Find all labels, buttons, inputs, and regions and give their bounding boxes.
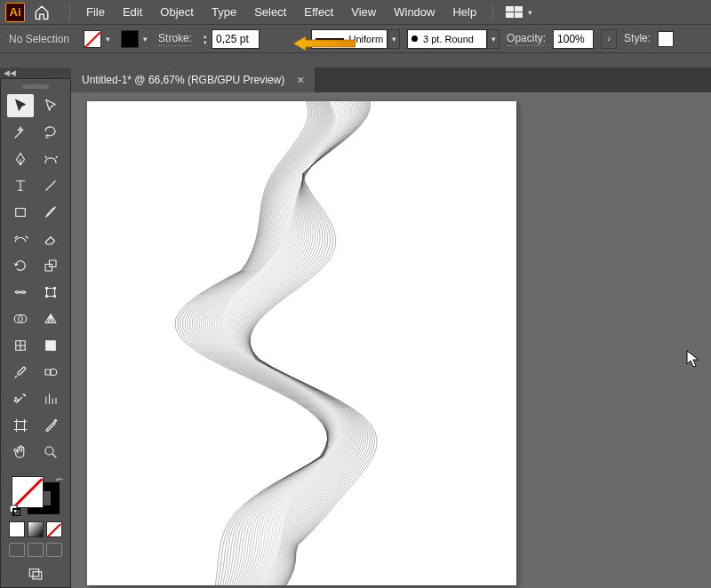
color-mode-row <box>9 521 62 537</box>
tool-scale[interactable] <box>37 254 64 277</box>
document-tab-title: Untitled-1* @ 66,67% (RGB/GPU Preview) <box>82 74 284 86</box>
tool-perspective-grid[interactable] <box>37 307 64 330</box>
menu-help[interactable]: Help <box>443 0 485 25</box>
tool-free-transform[interactable] <box>37 281 64 304</box>
change-screen-mode-icon[interactable] <box>24 566 47 582</box>
draw-inside-icon[interactable] <box>46 543 62 557</box>
default-fill-stroke-icon[interactable] <box>10 505 20 516</box>
brush-definition[interactable]: 3 pt. Round <box>407 29 487 49</box>
tool-eraser[interactable] <box>37 227 64 250</box>
tool-paintbrush[interactable] <box>37 201 64 224</box>
variable-width-profile[interactable]: Uniform <box>311 29 387 49</box>
chevron-down-icon[interactable]: ▾ <box>101 30 114 48</box>
menu-view[interactable]: View <box>342 0 385 25</box>
menu-select[interactable]: Select <box>245 0 295 25</box>
app-logo[interactable]: Ai <box>5 3 25 22</box>
menu-bar: Ai File Edit Object Type Select Effect V… <box>0 0 711 25</box>
color-mode-gradient[interactable] <box>28 521 44 537</box>
svg-rect-4 <box>47 288 55 296</box>
menu-object[interactable]: Object <box>151 0 203 25</box>
tool-mesh[interactable] <box>7 334 34 357</box>
stroke-weight-input[interactable]: 0,25 pt <box>212 29 260 49</box>
canvas-area[interactable] <box>71 92 711 588</box>
tool-pen[interactable] <box>7 147 34 171</box>
menu-type[interactable]: Type <box>203 0 245 25</box>
tool-slice[interactable] <box>37 414 64 437</box>
tool-gradient[interactable] <box>37 334 64 357</box>
draw-behind-icon[interactable] <box>28 543 44 557</box>
opacity-expand-icon[interactable]: › <box>601 29 617 49</box>
toolbox-grip[interactable] <box>22 84 49 89</box>
control-bar: No Selection ▾ ▾ Stroke: ▴▾ 0,25 pt Unif… <box>0 25 711 53</box>
tool-direct-selection[interactable] <box>37 94 64 117</box>
workspace-switcher-icon[interactable] <box>506 6 523 19</box>
fill-swatch-group[interactable]: ▾ <box>84 30 114 48</box>
toolbox: ⤺ <box>0 78 71 588</box>
opacity-input[interactable]: 100% <box>553 29 594 49</box>
opacity-label[interactable]: Opacity: <box>507 32 546 46</box>
menu-file[interactable]: File <box>77 0 114 25</box>
style-label[interactable]: Style: <box>624 32 651 45</box>
stroke-label[interactable]: Stroke: <box>158 32 192 46</box>
tool-eyedropper[interactable] <box>7 361 34 384</box>
tool-column-graph[interactable] <box>37 387 64 410</box>
svg-rect-3 <box>50 260 57 267</box>
tool-width[interactable] <box>7 281 34 304</box>
style-swatch[interactable] <box>658 31 674 47</box>
tool-line[interactable] <box>37 174 64 197</box>
stepper-icon[interactable]: ▴▾ <box>199 29 212 49</box>
chevron-down-icon[interactable]: ▾ <box>139 30 151 48</box>
selection-status: No Selection <box>9 33 69 45</box>
menu-effect[interactable]: Effect <box>295 0 342 25</box>
tool-shape-builder[interactable] <box>7 307 34 330</box>
draw-normal-icon[interactable] <box>9 543 25 557</box>
svg-point-19 <box>45 447 53 455</box>
mouse-cursor-icon <box>686 350 700 371</box>
dot-icon <box>411 36 418 42</box>
svg-rect-2 <box>45 264 52 271</box>
tool-artboard[interactable] <box>7 414 34 437</box>
artboard[interactable] <box>87 101 516 585</box>
fill-swatch[interactable] <box>84 30 101 48</box>
tool-magic-wand[interactable] <box>7 121 34 144</box>
tool-selection[interactable] <box>7 94 34 117</box>
svg-point-16 <box>14 400 16 401</box>
color-mode-solid[interactable] <box>9 521 25 537</box>
tool-shaper[interactable] <box>7 227 34 250</box>
home-icon[interactable] <box>32 3 52 22</box>
color-mode-none[interactable] <box>46 521 62 537</box>
menu-window[interactable]: Window <box>385 0 443 25</box>
artwork-blend <box>87 101 516 585</box>
tool-blend[interactable] <box>37 361 64 384</box>
tool-rotate[interactable] <box>7 254 34 277</box>
svg-rect-22 <box>29 569 39 576</box>
variable-width-label: Uniform <box>349 34 384 44</box>
fill-stroke-indicator[interactable]: ⤺ <box>12 476 60 514</box>
chevron-down-icon[interactable]: ▾ <box>487 29 499 49</box>
tool-rectangle[interactable] <box>7 201 34 224</box>
draw-mode-row <box>9 543 62 557</box>
tool-lasso[interactable] <box>37 121 64 144</box>
divider <box>492 4 493 21</box>
svg-point-17 <box>17 400 19 401</box>
fill-color-box[interactable] <box>12 476 44 508</box>
chevron-down-icon[interactable]: ▾ <box>387 29 400 49</box>
stroke-weight-field[interactable]: ▴▾ 0,25 pt <box>199 29 260 49</box>
tool-curvature[interactable] <box>37 147 64 171</box>
document-tab[interactable]: Untitled-1* @ 66,67% (RGB/GPU Preview) × <box>71 68 315 92</box>
divider <box>69 4 70 21</box>
close-icon[interactable]: × <box>297 73 304 87</box>
tool-symbol-sprayer[interactable] <box>7 387 34 410</box>
menu-edit[interactable]: Edit <box>114 0 151 25</box>
tool-zoom[interactable] <box>37 441 64 464</box>
tool-hand[interactable] <box>7 441 34 464</box>
svg-point-15 <box>15 397 17 399</box>
chevron-down-icon[interactable]: ▾ <box>523 4 536 21</box>
svg-rect-1 <box>16 208 26 216</box>
stroke-swatch[interactable] <box>121 30 139 48</box>
panel-collapse-strip[interactable]: ◀◀ <box>0 68 71 78</box>
stroke-swatch-group[interactable]: ▾ <box>121 30 151 48</box>
tool-type[interactable] <box>7 174 34 197</box>
swap-fill-stroke-icon[interactable]: ⤺ <box>56 474 63 484</box>
svg-rect-18 <box>17 421 25 429</box>
